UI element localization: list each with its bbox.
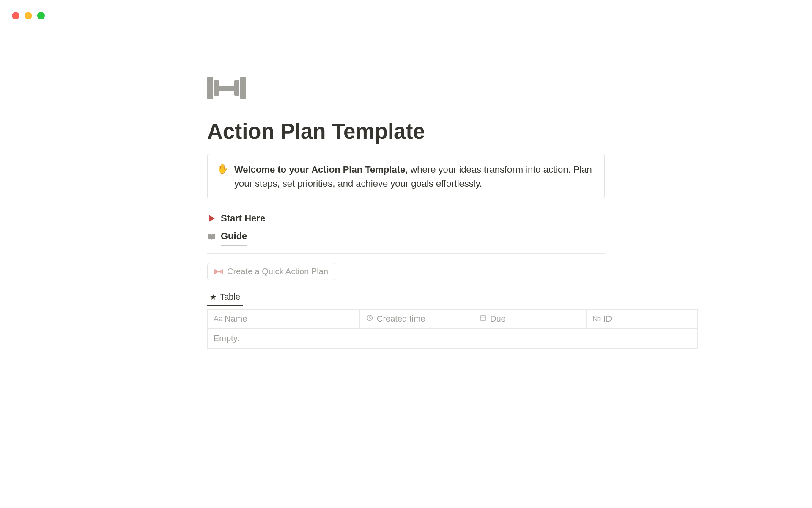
svg-rect-5 — [214, 269, 216, 274]
column-header-due-label: Due — [490, 314, 506, 324]
hand-stop-icon: ✋ — [217, 163, 228, 190]
button-row: Create a Quick Action Plan — [207, 260, 605, 288]
page-title[interactable]: Action Plan Template — [207, 119, 605, 144]
close-window-button[interactable] — [12, 12, 19, 19]
callout-bold: Welcome to your Action Plan Template — [234, 164, 405, 175]
svg-rect-3 — [240, 77, 246, 99]
page-content: Action Plan Template ✋ Welcome to your A… — [207, 75, 605, 349]
divider — [207, 253, 605, 254]
table-header: Aa Name Created time Due № ID — [207, 310, 698, 329]
svg-rect-8 — [222, 269, 223, 274]
svg-rect-7 — [220, 270, 222, 273]
database-block: ★ Table Aa Name Created time Due — [207, 288, 698, 349]
maximize-window-button[interactable] — [37, 12, 45, 19]
column-header-name[interactable]: Aa Name — [208, 310, 360, 328]
create-quick-action-plan-label: Create a Quick Action Plan — [227, 267, 328, 276]
svg-rect-6 — [216, 270, 217, 273]
create-quick-action-plan-button[interactable]: Create a Quick Action Plan — [207, 263, 335, 280]
minimize-window-button[interactable] — [25, 12, 32, 19]
column-header-created-label: Created time — [377, 314, 425, 324]
svg-rect-9 — [217, 271, 220, 272]
table-empty-label: Empty. — [214, 334, 239, 343]
link-start-here[interactable]: Start Here — [207, 210, 605, 228]
column-header-id-label: ID — [604, 314, 612, 324]
window-controls — [12, 12, 45, 19]
view-tabs: ★ Table — [207, 288, 698, 310]
table-empty-row[interactable]: Empty. — [207, 329, 698, 349]
column-header-id[interactable]: № ID — [587, 310, 697, 328]
page-dumbbell-icon[interactable] — [207, 75, 246, 101]
column-header-name-label: Name — [225, 314, 247, 324]
svg-rect-2 — [234, 80, 239, 96]
svg-rect-1 — [214, 80, 219, 96]
text-property-icon: Aa — [214, 315, 221, 323]
link-start-here-label: Start Here — [221, 210, 265, 228]
link-guide-label: Guide — [221, 227, 247, 246]
calendar-icon — [479, 315, 487, 323]
play-icon — [207, 214, 216, 223]
welcome-callout[interactable]: ✋ Welcome to your Action Plan Template, … — [207, 154, 605, 199]
book-open-icon — [207, 232, 216, 241]
callout-text: Welcome to your Action Plan Template, wh… — [234, 163, 594, 190]
clock-icon — [366, 315, 373, 323]
column-header-created-time[interactable]: Created time — [360, 310, 473, 328]
svg-rect-11 — [480, 316, 486, 320]
star-icon: ★ — [210, 293, 217, 302]
dumbbell-small-icon — [214, 269, 223, 274]
view-tab-table[interactable]: ★ Table — [207, 290, 243, 305]
number-property-icon: № — [593, 315, 600, 323]
link-guide[interactable]: Guide — [207, 227, 605, 246]
svg-rect-0 — [207, 77, 213, 99]
svg-rect-4 — [219, 86, 234, 91]
view-tab-table-label: Table — [220, 292, 240, 302]
column-header-due[interactable]: Due — [473, 310, 587, 328]
